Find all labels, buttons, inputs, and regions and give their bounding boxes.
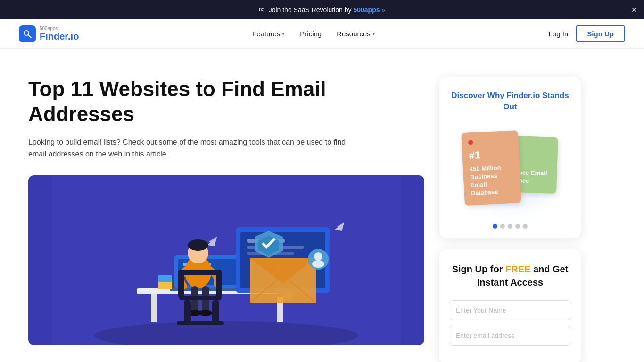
svg-rect-45 <box>158 281 172 289</box>
signup-card-title: Sign Up for FREE and Get Instant Access <box>449 263 571 289</box>
article-image <box>28 175 424 345</box>
chevron-down-icon: ▾ <box>282 31 285 37</box>
article-subtitle: Looking to build email lists? Check out … <box>28 136 349 160</box>
svg-point-48 <box>314 252 322 261</box>
hero-illustration <box>28 175 424 345</box>
svg-line-1 <box>28 35 31 38</box>
svg-rect-41 <box>177 321 224 325</box>
svg-point-37 <box>199 310 212 316</box>
cards-area: #1 450 Million Business Email Database #… <box>449 122 571 216</box>
nav-item-resources[interactable]: Resources ▾ <box>337 30 375 38</box>
nav-item-pricing[interactable]: Pricing <box>300 30 322 38</box>
article-section: Top 11 Websites to Find Email Addresses … <box>28 77 424 362</box>
svg-point-33 <box>188 239 208 251</box>
svg-rect-5 <box>151 294 157 322</box>
login-button[interactable]: Log In <box>549 30 569 38</box>
svg-rect-44 <box>178 270 222 275</box>
nav-resources-link[interactable]: Resources ▾ <box>337 30 375 38</box>
svg-point-49 <box>312 260 324 268</box>
nav-actions: Log In Sign Up <box>549 25 625 42</box>
chevron-down-icon: ▾ <box>372 31 375 37</box>
email-input[interactable] <box>449 326 571 346</box>
pin-icon <box>468 140 473 145</box>
logo-link[interactable]: 500apps Finder.io <box>19 25 79 42</box>
svg-rect-39 <box>184 300 191 324</box>
nav-item-features[interactable]: Features ▾ <box>252 30 285 38</box>
discover-title: Discover Why Finder.io Stands Out <box>449 90 571 113</box>
signup-card: Sign Up for FREE and Get Instant Access <box>439 249 581 362</box>
carousel-dot-1[interactable] <box>493 224 497 229</box>
logo-text: 500apps Finder.io <box>40 26 79 41</box>
infinity-icon: ∞ <box>259 5 265 15</box>
navbar: 500apps Finder.io Features ▾ Pricing Res… <box>0 19 644 49</box>
carousel-dot-4[interactable] <box>515 224 520 229</box>
nav-features-link[interactable]: Features ▾ <box>252 30 285 38</box>
discover-card: Discover Why Finder.io Stands Out #1 450… <box>439 77 581 238</box>
main-content: Top 11 Websites to Find Email Addresses … <box>0 49 644 362</box>
svg-rect-40 <box>212 300 219 324</box>
feature-card-1: #1 450 Million Business Email Database <box>461 130 521 206</box>
svg-rect-38 <box>179 296 222 300</box>
carousel-dots <box>449 224 571 229</box>
carousel-dot-3[interactable] <box>508 224 512 229</box>
article-title: Top 11 Websites to Find Email Addresses <box>28 77 424 127</box>
name-input[interactable] <box>449 300 571 320</box>
right-sidebar: Discover Why Finder.io Stands Out #1 450… <box>439 77 581 362</box>
top-banner: ∞ Join the SaaS Revolution by 500apps » … <box>0 0 644 19</box>
carousel-dot-5[interactable] <box>523 224 528 229</box>
nav-pricing-link[interactable]: Pricing <box>300 30 322 38</box>
svg-rect-46 <box>158 275 172 282</box>
signup-button[interactable]: Sign Up <box>576 25 625 42</box>
banner-close-button[interactable]: × <box>631 6 636 14</box>
nav-links: Features ▾ Pricing Resources ▾ <box>252 30 375 38</box>
banner-text: Join the SaaS Revolution by 500apps » <box>269 6 386 14</box>
carousel-dot-2[interactable] <box>500 224 505 229</box>
logo-icon <box>19 25 36 42</box>
